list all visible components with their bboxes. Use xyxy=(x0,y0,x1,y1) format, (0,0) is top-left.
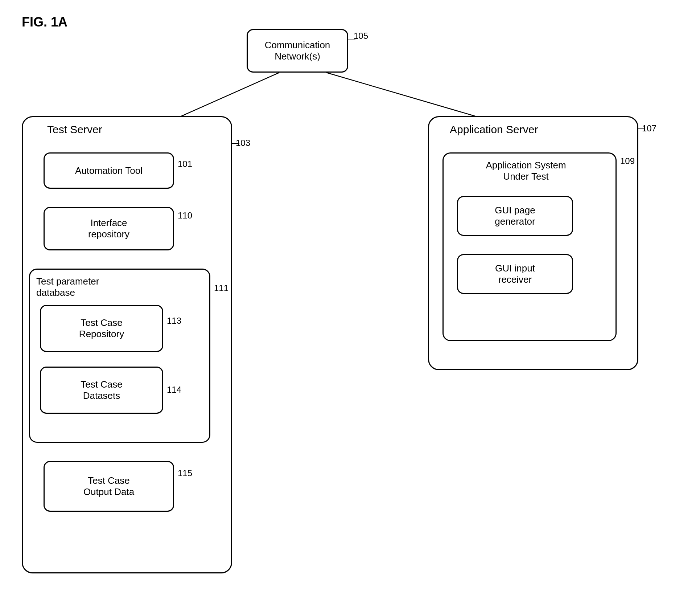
label-109: 109 xyxy=(620,156,635,166)
test-server-label: Test Server xyxy=(47,123,102,136)
comm-network-box: Communication Network(s) xyxy=(247,29,348,73)
gui-input-recv-label: GUI input receiver xyxy=(495,263,535,285)
label-103: 103 xyxy=(236,138,250,148)
gui-page-gen-label: GUI page generator xyxy=(495,205,535,227)
test-case-datasets-box: Test Case Datasets xyxy=(40,367,163,414)
label-105: 105 xyxy=(354,31,368,41)
label-111: 111 xyxy=(214,283,228,293)
automation-tool-box: Automation Tool xyxy=(44,152,174,189)
comm-network-label: Communication Network(s) xyxy=(265,40,330,62)
gui-page-gen-box: GUI page generator xyxy=(457,196,573,236)
test-param-db-label: Test parameter database xyxy=(36,276,99,298)
interface-repo-label: Interface repository xyxy=(88,217,129,240)
label-101: 101 xyxy=(178,159,192,169)
svg-line-0 xyxy=(181,73,279,116)
label-110: 110 xyxy=(178,211,192,221)
test-case-output-label: Test Case Output Data xyxy=(83,475,134,498)
gui-input-recv-box: GUI input receiver xyxy=(457,254,573,294)
svg-line-1 xyxy=(326,73,475,116)
app-server-label: Application Server xyxy=(450,123,538,136)
app-system-label: Application System Under Test xyxy=(461,160,591,182)
interface-repo-box: Interface repository xyxy=(44,207,174,250)
test-case-output-box: Test Case Output Data xyxy=(44,461,174,512)
label-113: 113 xyxy=(167,316,181,326)
test-case-repo-box: Test Case Repository xyxy=(40,305,163,352)
test-case-repo-label: Test Case Repository xyxy=(79,317,124,340)
label-114: 114 xyxy=(167,385,181,395)
automation-tool-label: Automation Tool xyxy=(75,165,143,176)
label-115: 115 xyxy=(178,468,192,478)
figure-label: FIG. 1A xyxy=(22,15,67,30)
test-case-datasets-label: Test Case Datasets xyxy=(81,379,123,401)
label-107: 107 xyxy=(642,123,656,134)
